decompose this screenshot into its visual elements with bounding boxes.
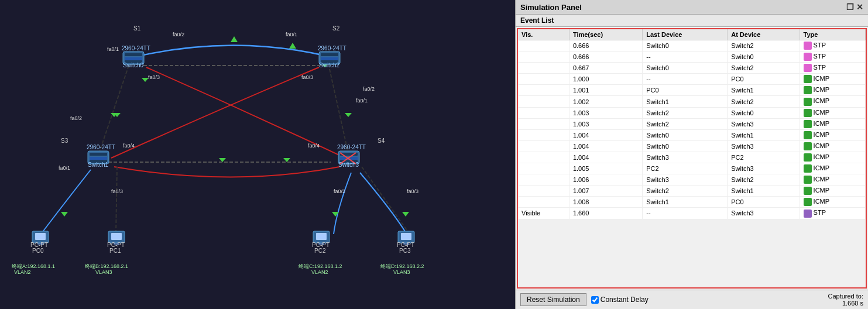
svg-text:2960-24TT: 2960-24TT [318,45,346,52]
event-table: Vis. Time(sec) Last Device At Device Typ… [518,29,866,219]
svg-text:Switch1: Switch1 [88,162,108,168]
cell-last-device: PC2 [643,163,728,174]
cell-at-device: Switch0 [728,52,800,63]
table-row[interactable]: Visible1.660--Switch3STP [518,208,866,219]
svg-text:fa0/2: fa0/2 [70,115,82,121]
panel-footer: Reset Simulation Constant Delay Captured… [516,290,868,309]
cell-type: STP [800,208,865,219]
close-icon[interactable]: ✕ [856,2,863,12]
svg-text:fa0/1: fa0/1 [356,98,368,104]
table-row[interactable]: 1.007Switch2Switch1ICMP [518,186,866,197]
cell-last-device: -- [643,208,728,219]
type-text: ICMP [814,120,830,127]
table-row[interactable]: 0.667Switch0Switch2STP [518,63,866,74]
cell-at-device: Switch1 [728,129,800,140]
cell-last-device: Switch0 [643,63,728,74]
cell-type: ICMP [800,129,865,140]
cell-time: 0.666 [569,40,642,52]
restore-icon[interactable]: ❐ [846,2,854,12]
cell-time: 1.003 [569,107,642,118]
svg-text:fa0/3: fa0/3 [148,74,160,80]
svg-text:fa0/3: fa0/3 [111,188,123,194]
table-row[interactable]: 1.000--PC0ICMP [518,74,866,85]
constant-delay-label[interactable]: Constant Delay [591,296,649,304]
type-badge [804,64,812,72]
type-badge [804,131,812,139]
cell-last-device: Switch2 [643,186,728,197]
svg-text:PC3: PC3 [399,248,411,254]
table-row[interactable]: 1.008Switch1PC0ICMP [518,197,866,208]
type-badge [804,187,812,195]
svg-rect-25 [321,57,338,60]
type-badge [804,210,812,218]
constant-delay-checkbox[interactable] [591,296,599,304]
cell-vis [518,197,569,208]
svg-text:2960-24TT: 2960-24TT [87,144,115,150]
cell-last-device: Switch3 [643,174,728,186]
table-row[interactable]: 1.004Switch0Switch1ICMP [518,129,866,140]
panel-title: Simulation Panel [520,3,582,12]
cell-last-device: Switch0 [643,140,728,152]
cell-time: 1.002 [569,96,642,107]
cell-vis [518,63,569,74]
svg-text:fa0/1: fa0/1 [59,165,70,171]
cell-vis [518,140,569,152]
svg-rect-41 [111,233,122,240]
cell-type: ICMP [800,118,865,129]
svg-text:2960-24TT: 2960-24TT [337,144,366,150]
type-text: ICMP [814,176,830,183]
svg-text:Switch3: Switch3 [338,162,359,168]
svg-text:fa0/2: fa0/2 [334,188,345,194]
table-row[interactable]: 1.004Switch0Switch3ICMP [518,140,866,152]
type-text: ICMP [814,86,830,93]
cell-type: ICMP [800,85,865,96]
cell-vis [518,129,569,140]
table-row[interactable]: 1.003Switch2Switch3ICMP [518,118,866,129]
cell-type: ICMP [800,107,865,118]
table-row[interactable]: 1.003Switch2Switch0ICMP [518,107,866,118]
cell-at-device: Switch0 [728,107,800,118]
svg-text:S1: S1 [133,25,141,32]
table-row[interactable]: 1.006Switch3Switch2ICMP [518,174,866,186]
event-table-container[interactable]: Vis. Time(sec) Last Device At Device Typ… [517,28,867,289]
reset-simulation-button[interactable]: Reset Simulation [520,293,586,306]
svg-rect-21 [125,57,142,60]
svg-rect-47 [401,233,411,240]
svg-rect-44 [316,233,327,240]
event-list-label: Event List [516,15,868,27]
type-text: ICMP [814,187,830,194]
cell-vis [518,52,569,63]
cell-vis [518,163,569,174]
cell-time: 0.666 [569,52,642,63]
cell-last-device: -- [643,74,728,85]
svg-text:S3: S3 [61,138,68,144]
cell-at-device: Switch2 [728,174,800,186]
col-at-device: At Device [728,29,800,40]
table-row[interactable]: 0.666Switch0Switch2STP [518,40,866,52]
svg-text:VLAN3: VLAN3 [95,269,112,275]
svg-text:fa0/1: fa0/1 [286,32,297,37]
type-badge [804,164,812,173]
table-row[interactable]: 1.001PC0Switch1ICMP [518,85,866,96]
table-row[interactable]: 1.005PC2Switch3ICMP [518,163,866,174]
table-row[interactable]: 1.002Switch1Switch2ICMP [518,96,866,107]
svg-text:终端C:192.168.1.2: 终端C:192.168.1.2 [299,263,342,269]
cell-vis [518,107,569,118]
type-badge [804,42,812,50]
svg-rect-38 [35,233,46,240]
cell-time: 0.667 [569,63,642,74]
type-text: ICMP [814,75,830,82]
cell-vis [518,40,569,52]
table-row[interactable]: 1.004Switch3PC2ICMP [518,152,866,163]
svg-text:VLAN2: VLAN2 [311,269,328,275]
simulation-panel: Simulation Panel ❐ ✕ Event List Vis. Tim… [515,0,868,309]
cell-at-device: PC2 [728,152,800,163]
svg-text:fa0/2: fa0/2 [363,86,375,92]
cell-type: ICMP [800,96,865,107]
svg-text:终端A:192.168.1.1: 终端A:192.168.1.1 [12,263,55,269]
type-badge [804,153,812,162]
table-row[interactable]: 0.666--Switch0STP [518,52,866,63]
col-type: Type [800,29,865,40]
svg-text:Switch2: Switch2 [319,62,339,68]
type-badge [804,86,812,94]
